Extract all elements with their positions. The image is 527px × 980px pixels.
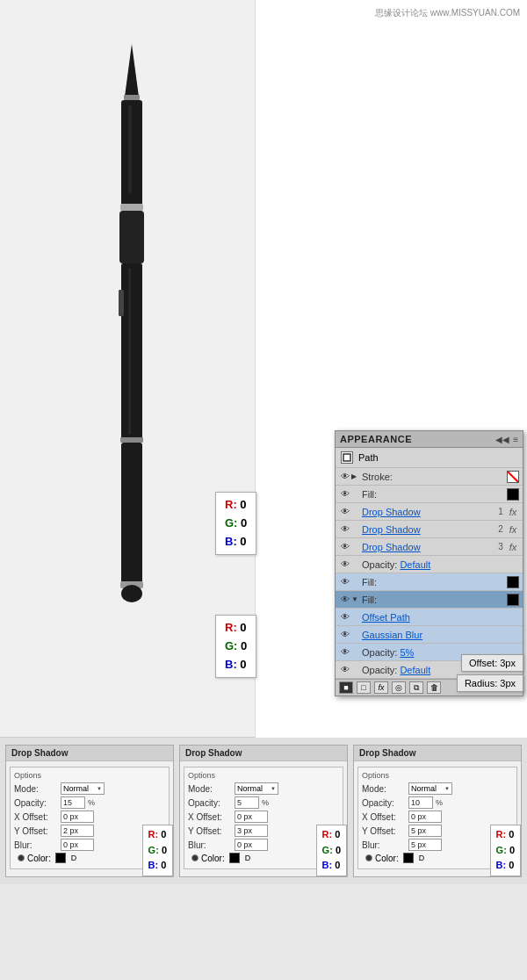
fill-swatch-1[interactable]: [507, 488, 519, 501]
stroke-swatch[interactable]: [507, 471, 519, 483]
ap-offsetpath-row[interactable]: 👁 Offset Path: [336, 609, 523, 626]
fill-swatch-h1[interactable]: [507, 576, 519, 588]
ap-dropshadow-row-1[interactable]: 👁 Drop Shadow 1 fx: [336, 503, 523, 521]
ap-fill-row-1: 👁 Fill:: [336, 486, 523, 503]
ds-mode-select-2[interactable]: Normal: [235, 782, 278, 795]
ds-color-radio-1[interactable]: [18, 854, 25, 861]
ds-yoffset-label-1: Y Offset:: [14, 826, 58, 836]
duplicate-icon[interactable]: ⧉: [409, 681, 423, 694]
ds-yoffset-label-2: Y Offset:: [188, 826, 232, 836]
drop-shadow-panel-3: Drop Shadow Options Mode: Normal Opacity…: [353, 745, 522, 877]
ds-mode-row-1: Mode: Normal: [14, 782, 165, 795]
panel-menu-icon[interactable]: ≡: [513, 435, 518, 444]
ds-yoffset-input-3[interactable]: 5 px: [408, 825, 442, 837]
eye-icon[interactable]: 👁: [339, 506, 351, 518]
color-tooltip-bottom-3: R: 0 G: 0 B: 0: [490, 825, 521, 876]
svg-rect-7: [119, 290, 124, 316]
gaussian-blur-link[interactable]: Gaussian Blur: [360, 630, 519, 640]
ds-color-radio-2[interactable]: [191, 854, 199, 861]
drop-shadow-panel-1: Drop Shadow Options Mode: Normal Opacity…: [5, 745, 174, 877]
eye-icon[interactable]: 👁: [339, 558, 351, 571]
dropshadow-num-1: 1: [495, 507, 507, 516]
svg-marker-0: [125, 44, 139, 97]
dropshadow-link-2[interactable]: Drop Shadow: [360, 524, 495, 535]
path-icon: [341, 451, 353, 464]
add-layer-icon[interactable]: ■: [339, 681, 353, 694]
eye-icon[interactable]: 👁: [339, 576, 351, 588]
ds-opacity-input-2[interactable]: 5: [235, 796, 259, 809]
svg-rect-8: [120, 437, 143, 443]
svg-rect-14: [343, 454, 350, 461]
eye-icon[interactable]: 👁: [339, 541, 351, 553]
ds-opacity-unit-3: %: [436, 798, 443, 807]
ds-mode-select-3[interactable]: Normal: [408, 782, 452, 795]
drop-shadow-panels-area: Drop Shadow Options Mode: Normal Opacity…: [0, 738, 527, 884]
ds-color-row-1: Color: D: [18, 853, 162, 863]
eye-icon[interactable]: 👁: [339, 523, 351, 536]
ds-color-swatch-2[interactable]: [229, 853, 240, 863]
eye-icon[interactable]: 👁: [339, 664, 351, 676]
ds-opacity-unit-1: %: [88, 798, 95, 807]
eye-icon[interactable]: 👁: [339, 611, 351, 623]
ap-dropshadow-row-3[interactable]: 👁 Drop Shadow 3 fx: [336, 538, 523, 556]
ds-color-label-2: Color:: [201, 854, 225, 863]
eye-icon[interactable]: 👁: [339, 594, 351, 606]
ds-color-swatch-3[interactable]: [403, 853, 414, 863]
svg-rect-4: [119, 211, 144, 263]
appearance-controls[interactable]: ◀◀ ≡: [495, 435, 518, 444]
dropshadow-num-2: 2: [495, 524, 507, 534]
ds-yoffset-input-2[interactable]: 3 px: [235, 825, 268, 837]
eye-icon[interactable]: 👁: [339, 629, 351, 641]
ds-yoffset-label-3: Y Offset:: [362, 826, 406, 836]
mask-icon[interactable]: ◎: [392, 681, 406, 694]
expand-arrow[interactable]: ▼: [351, 595, 360, 603]
ds-xoffset-input-1[interactable]: 0 px: [61, 811, 94, 823]
path-label: Path: [358, 452, 379, 463]
ds-color-row-3: Color: D: [365, 853, 509, 863]
ds-color-swatch-1[interactable]: [55, 853, 66, 863]
delete-icon[interactable]: 🗑: [427, 681, 441, 694]
opacity-label-1: Opacity: Default: [360, 559, 519, 570]
ds-xoffset-row-2: X Offset: 0 px: [188, 811, 339, 823]
offset-path-link[interactable]: Offset Path: [360, 612, 519, 623]
ds-title-2: Drop Shadow: [180, 746, 347, 761]
svg-rect-13: [128, 268, 131, 435]
ds-d-label-2: D: [245, 854, 251, 862]
svg-point-11: [121, 585, 142, 602]
color-tooltip-2: R: 0 G: 0 B: 0: [215, 615, 256, 678]
eye-icon[interactable]: 👁: [339, 471, 351, 483]
dropshadow-link-1[interactable]: Drop Shadow: [360, 507, 495, 517]
minimize-icon[interactable]: ◀◀: [495, 435, 509, 444]
dropshadow-link-3[interactable]: Drop Shadow: [360, 542, 495, 552]
fx-icon-2: fx: [507, 524, 519, 535]
ap-gaussianblur-row[interactable]: 👁 Gaussian Blur: [336, 626, 523, 644]
ds-d-label-3: D: [419, 854, 425, 862]
new-fill-icon[interactable]: □: [357, 681, 371, 694]
ds-color-radio-3[interactable]: [365, 854, 372, 861]
ds-mode-select-1[interactable]: Normal: [61, 782, 105, 795]
watermark: 思缘设计论坛 www.MISSYUAN.COM: [375, 7, 520, 19]
fill-label-1: Fill:: [360, 489, 505, 500]
ap-dropshadow-row-2[interactable]: 👁 Drop Shadow 2 fx: [336, 521, 523, 538]
svg-rect-5: [121, 263, 142, 439]
ap-fill-row-highlighted-1: 👁 Fill:: [336, 573, 523, 591]
ds-blur-label-1: Blur:: [14, 840, 58, 850]
ds-options-label-2: Options: [188, 771, 339, 780]
ds-blur-input-3[interactable]: 5 px: [408, 839, 442, 851]
ds-opacity-input-1[interactable]: 15: [61, 796, 85, 809]
eye-icon[interactable]: 👁: [339, 488, 351, 501]
ds-opacity-input-3[interactable]: 10: [408, 796, 433, 809]
ds-opacity-unit-2: %: [262, 798, 269, 807]
ds-blur-input-2[interactable]: 0 px: [235, 839, 268, 851]
fx-icon-3: fx: [507, 542, 519, 552]
ds-xoffset-row-1: X Offset: 0 px: [14, 811, 165, 823]
fx-bottom-icon[interactable]: fx: [374, 681, 388, 694]
ds-xoffset-input-2[interactable]: 0 px: [235, 811, 268, 823]
ds-mode-label-1: Mode:: [14, 784, 58, 794]
drop-shadow-panel-2: Drop Shadow Options Mode: Normal Opacity…: [179, 745, 348, 877]
eye-icon[interactable]: 👁: [339, 646, 351, 659]
ds-blur-input-1[interactable]: 0 px: [61, 839, 94, 851]
fill-swatch-h2[interactable]: [507, 594, 519, 606]
ds-yoffset-input-1[interactable]: 2 px: [61, 825, 94, 837]
ds-xoffset-input-3[interactable]: 0 px: [408, 811, 442, 823]
